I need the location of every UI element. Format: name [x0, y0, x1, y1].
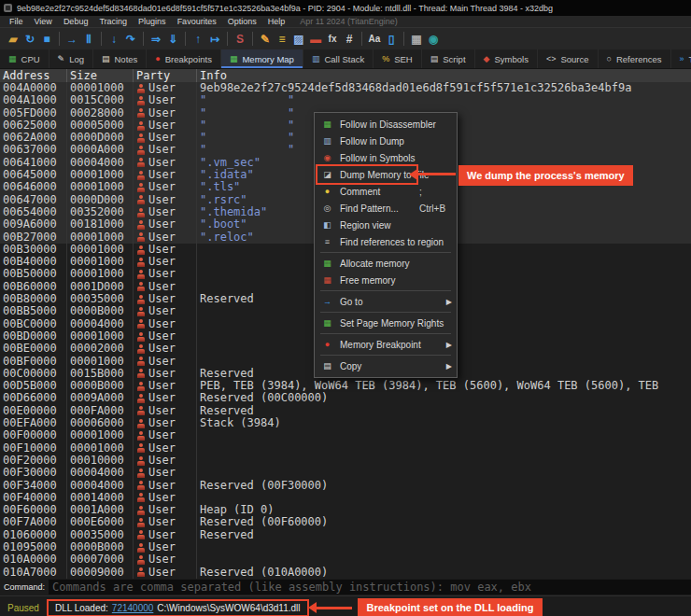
menu-item-go-to[interactable]: →Go to▶: [315, 293, 457, 310]
menubar-item-view[interactable]: View: [29, 17, 58, 26]
user-party-icon: [137, 108, 145, 118]
step-into-icon[interactable]: ↓: [106, 31, 122, 48]
memory-map-row[interactable]: 00F0000000001000User: [0, 429, 691, 441]
user-party-icon: [137, 319, 145, 329]
trace-into-icon[interactable]: ↑: [190, 31, 206, 48]
tab-source[interactable]: <>Source: [538, 49, 599, 68]
animate-icon[interactable]: S: [232, 31, 248, 48]
menubar-item-favourites[interactable]: Favourites: [172, 17, 222, 26]
symbols-icon: ◆: [484, 54, 490, 63]
menu-item-follow-in-dump[interactable]: ▥Follow in Dump: [315, 133, 457, 149]
memory-map-row[interactable]: 00F4000000014000User: [0, 492, 691, 504]
cell-party: User: [134, 504, 197, 516]
menu-item-copy[interactable]: ▤Copy▶: [315, 357, 457, 374]
memory-map-row[interactable]: 010A000000007000User: [0, 553, 691, 566]
calculator-icon[interactable]: ▦: [408, 31, 425, 48]
cell-party: User: [134, 541, 197, 553]
tab-call-stack[interactable]: ▥Call Stack: [303, 49, 374, 68]
column-header-info[interactable]: Info: [197, 69, 691, 82]
column-header-party[interactable]: Party: [134, 69, 197, 82]
attach-icon[interactable]: ▯: [383, 31, 400, 48]
memory-map-row[interactable]: 0106000000035000UserReserved: [0, 529, 691, 541]
tab-threads[interactable]: »Threads: [671, 49, 691, 68]
cell-party: User: [134, 169, 197, 181]
function-icon[interactable]: fx: [324, 31, 341, 48]
menu-item-follow-in-disassembler[interactable]: ▦Follow in Disassembler: [315, 116, 457, 133]
menu-item-follow-in-symbols[interactable]: ◉Follow in Symbols: [315, 149, 457, 166]
cell-address: 00BF0000: [0, 356, 67, 368]
restart-icon[interactable]: ↻: [21, 31, 38, 48]
trace-over-icon[interactable]: ↦: [206, 31, 223, 48]
menubar-item-debug[interactable]: Debug: [58, 17, 94, 26]
dll-base-address-link[interactable]: 72140000: [112, 603, 154, 613]
cell-size: 00001000: [67, 256, 134, 268]
memory-map-row[interactable]: 00F2000000010000User: [0, 455, 691, 467]
tab-memory-map[interactable]: ▦Memory Map: [221, 49, 303, 68]
toolbar: ▰↻■→Ⅱ↓↷⇒⇓↑↦S✎≡▨▬fx#Aa▯▦◉: [0, 27, 691, 49]
submenu-arrow-icon: ▶: [446, 341, 452, 349]
patches-icon[interactable]: ✎: [257, 31, 274, 48]
menu-item-free-memory[interactable]: ▦Free memory: [315, 272, 457, 288]
stop-icon[interactable]: ■: [38, 31, 55, 48]
command-input[interactable]: [49, 580, 691, 595]
memory-map-row[interactable]: 00F7A000000E6000UserReserved (00F60000): [0, 516, 691, 528]
menu-item-comment[interactable]: ●Comment;: [315, 183, 457, 200]
pause-icon[interactable]: Ⅱ: [80, 31, 97, 48]
menubar-item-help[interactable]: Help: [262, 17, 291, 26]
tab-references[interactable]: ○References: [599, 49, 671, 68]
menu-item-find-pattern-[interactable]: ◎Find Pattern...Ctrl+B: [315, 200, 457, 217]
annotation-arrow-status: [317, 607, 352, 609]
user-party-icon: [137, 307, 145, 316]
memory-map-row[interactable]: 004A000000001000User9eb98e2e2f27c9524def…: [0, 82, 691, 94]
memory-map-row[interactable]: 010A700000009000UserReserved (010A0000): [0, 567, 691, 579]
tab-breakpoints[interactable]: ●Breakpoints: [147, 49, 221, 68]
cell-address: 00F40000: [0, 492, 67, 504]
tab-script[interactable]: ▤Script: [422, 49, 475, 68]
memory-map-row[interactable]: 00EFA00000006000UserStack (3984): [0, 417, 691, 429]
run-to-user-code-icon[interactable]: ⇒: [148, 31, 164, 48]
memory-map-row[interactable]: 004A10000015C000User" ": [0, 94, 691, 106]
menu-item-memory-breakpoint[interactable]: ●Memory Breakpoint▶: [315, 336, 457, 353]
column-header-size[interactable]: Size: [67, 69, 134, 82]
menu-item-find-references-to-region[interactable]: ≡Find references to region: [315, 233, 457, 250]
tab-symbols[interactable]: ◆Symbols: [475, 49, 538, 68]
tab-log[interactable]: ✎Log: [49, 49, 93, 68]
preferences-icon[interactable]: ◉: [425, 31, 442, 48]
cell-size: 00001000: [67, 169, 134, 181]
menubar-item-tracing[interactable]: Tracing: [93, 17, 133, 26]
memory-map-row[interactable]: 00D660000009A000UserReserved (00C00000): [0, 392, 691, 404]
menubar-item-options[interactable]: Options: [222, 17, 262, 26]
memory-map-row[interactable]: 00F3400000004000UserReserved (00F30000): [0, 480, 691, 492]
step-over-icon[interactable]: ↷: [122, 31, 139, 48]
memory-map-row[interactable]: 010950000000B000User: [0, 541, 691, 553]
tab-cpu[interactable]: ▦CPU: [0, 49, 49, 68]
cell-party: User: [134, 368, 197, 380]
ascii-table-icon[interactable]: Aa: [366, 31, 383, 48]
cell-address: 00EFA000: [0, 417, 67, 429]
memory-map-row[interactable]: 00F600000001A000UserHeap (ID 0): [0, 504, 691, 516]
menu-item-region-view[interactable]: ◧Region view: [315, 217, 457, 233]
memory-map-row[interactable]: 00D5B0000000B000UserPEB, TEB (3984), WoW…: [0, 380, 691, 392]
menubar-item-plugins[interactable]: Plugins: [133, 17, 172, 26]
tab-notes[interactable]: ▤Notes: [93, 49, 147, 68]
menubar-item-file[interactable]: File: [4, 17, 29, 26]
run-icon[interactable]: →: [63, 31, 80, 48]
user-party-icon: [137, 493, 145, 502]
tab-seh[interactable]: %SEH: [374, 49, 422, 68]
memory-breakpoint-icon: ●: [320, 340, 334, 349]
highlight-icon[interactable]: ▬: [307, 31, 324, 48]
run-until-return-icon[interactable]: ⇓: [164, 31, 181, 48]
ordinals-icon[interactable]: #: [341, 31, 358, 48]
label-icon[interactable]: ▨: [290, 31, 307, 48]
memory-map-row[interactable]: 00F1000000001000User: [0, 442, 691, 455]
cell-party: User: [134, 330, 197, 343]
memory-map-row[interactable]: 00F3000000004000User: [0, 467, 691, 479]
open-file-icon[interactable]: ▰: [5, 31, 21, 48]
tab-label: Source: [560, 54, 588, 64]
menu-item-allocate-memory[interactable]: ▦Allocate memory: [315, 255, 457, 272]
menu-item-set-page-memory-rights[interactable]: ▦Set Page Memory Rights: [315, 315, 457, 331]
memory-map-row[interactable]: 00E00000000FA000UserReserved: [0, 405, 691, 417]
comment-icon[interactable]: ≡: [274, 31, 290, 48]
tab-label: CPU: [21, 54, 40, 64]
column-header-address[interactable]: Address: [0, 69, 67, 82]
